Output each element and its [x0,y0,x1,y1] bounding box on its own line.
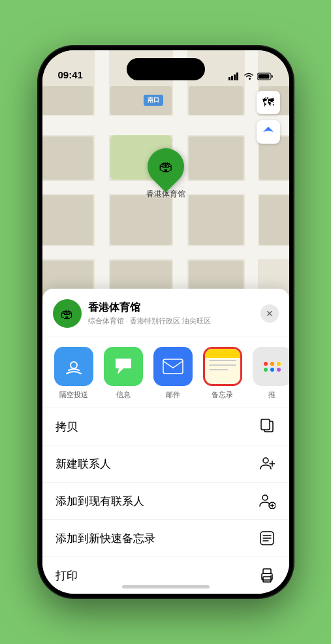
share-item-messages[interactable]: 信息 [102,347,144,400]
svg-rect-22 [263,569,271,573]
printer-svg [259,568,275,583]
person-plus-svg [259,456,275,472]
mail-label: 邮件 [166,390,180,400]
phone-frame: 09:41 [39,46,293,598]
notes-line-1 [209,360,236,361]
dot-blue [270,368,274,372]
close-button[interactable]: ✕ [260,304,279,323]
status-time: 09:41 [58,69,83,80]
copy-label: 拷贝 [55,419,78,434]
printer-icon [258,566,276,585]
location-arrow-icon [262,126,274,138]
venue-name: 香港体育馆 [88,301,260,315]
airdrop-svg [63,356,84,377]
action-list: 拷贝 新建联系人 [42,408,289,594]
svg-rect-1 [231,76,233,80]
svg-point-24 [270,575,272,577]
more-dots-bottom [264,368,281,372]
svg-rect-7 [163,359,183,374]
person-plus-icon [258,455,276,473]
pin-icon: 🏟 [159,158,173,175]
mail-svg [162,358,184,375]
map-controls: 🗺 [257,91,280,144]
dot-yellow [277,362,281,366]
notes-icon [203,347,242,386]
venue-icon: 🏟 [53,299,82,328]
print-label: 打印 [55,568,78,583]
add-notes-label: 添加到新快速备忘录 [55,531,155,546]
notes-label: 备忘录 [212,390,233,400]
messages-svg [112,355,134,378]
svg-point-6 [71,362,77,368]
airdrop-icon [54,347,93,386]
bottom-sheet: 🏟 香港体育馆 综合体育馆 · 香港特别行政区 油尖旺区 ✕ [42,289,289,594]
messages-icon [104,347,143,386]
person-badge-plus-icon [258,492,276,510]
share-item-more[interactable]: 推 [251,347,289,400]
dot-orange [270,362,274,366]
notes-lines [209,360,236,374]
notes-line-2 [209,364,236,366]
location-button[interactable] [257,120,280,144]
dot-purple [277,368,281,372]
svg-rect-3 [236,72,238,80]
map-label: 南口 [144,95,163,106]
map-type-button[interactable]: 🗺 [257,91,280,114]
share-item-notes[interactable]: 备忘录 [202,347,244,400]
svg-rect-5 [258,74,269,79]
svg-rect-9 [261,419,270,430]
svg-rect-23 [263,577,271,582]
more-icon [253,347,289,386]
map-area: 南口 🗺 🏟 香港体育馆 [42,50,289,325]
notes-top-bar [205,349,240,358]
action-copy[interactable]: 拷贝 [42,408,289,445]
home-indicator [122,585,210,588]
svg-rect-2 [234,74,236,80]
notes-square-icon [258,529,276,547]
dynamic-island [127,58,205,80]
venue-info: 香港体育馆 综合体育馆 · 香港特别行政区 油尖旺区 [88,301,260,326]
more-label: 推 [268,390,276,400]
map-pin: 🏟 香港体育馆 [146,148,185,200]
more-dots-top [264,362,281,366]
sheet-header: 🏟 香港体育馆 综合体育馆 · 香港特别行政区 油尖旺区 ✕ [42,289,289,336]
action-add-existing[interactable]: 添加到现有联系人 [42,483,289,520]
share-item-mail[interactable]: 邮件 [152,347,194,400]
share-item-airdrop[interactable]: 隔空投送 [53,347,95,400]
svg-point-13 [262,495,268,500]
share-row: 隔空投送 信息 [42,336,289,408]
action-add-notes[interactable]: 添加到新快速备忘录 [42,520,289,557]
venue-emoji: 🏟 [61,306,74,321]
dot-red [264,362,268,366]
action-new-contact[interactable]: 新建联系人 [42,445,289,483]
venue-subtitle: 综合体育馆 · 香港特别行政区 油尖旺区 [88,316,260,326]
messages-label: 信息 [116,390,131,400]
add-existing-label: 添加到现有联系人 [55,494,144,509]
svg-point-10 [263,458,268,463]
svg-rect-0 [229,77,230,80]
copy-svg [260,419,274,434]
copy-icon [258,417,276,436]
status-icons [229,72,274,80]
airdrop-label: 隔空投送 [59,390,88,400]
pin-circle: 🏟 [140,140,191,192]
notes-line-3 [209,369,228,370]
signal-icon [229,72,240,80]
mail-icon [153,347,193,386]
battery-icon [257,72,274,80]
new-contact-label: 新建联系人 [55,457,111,472]
person-badge-plus-svg [259,493,276,509]
dot-green [264,368,268,372]
phone-screen: 09:41 [42,50,289,594]
wifi-icon [244,72,254,80]
notes-square-svg [260,531,274,545]
